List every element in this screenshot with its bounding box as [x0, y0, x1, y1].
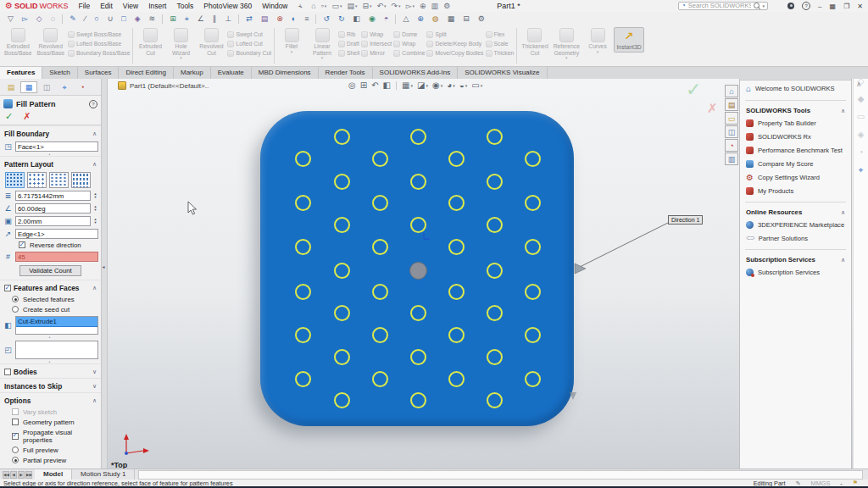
ribbon-button-mirror[interactable]: Mirror — [361, 48, 392, 58]
ok-button[interactable]: ✓ — [5, 111, 13, 122]
select-icon[interactable]: ▻▾ — [403, 2, 417, 10]
menu-photoview-360[interactable]: PhotoView 360 — [198, 2, 257, 10]
extruded-cut-button[interactable]: Extruded Cut — [136, 27, 164, 57]
features-to-pattern-list[interactable]: Cut-Extrude1 — [15, 316, 98, 335]
appearance-icon[interactable]: ◓ — [380, 13, 392, 25]
spinner[interactable]: ▲▼ — [92, 218, 98, 224]
polygon-icon[interactable]: ◈ — [131, 13, 145, 25]
welcome-to-solidworks-link[interactable]: ⌂Welcome to SOLIDWORKS — [740, 80, 851, 96]
configurationmanager-tab[interactable]: ◫ — [38, 81, 55, 93]
tab-solidworks-add-ins[interactable]: SOLIDWORKS Add-Ins — [373, 67, 459, 79]
tile-windows-button[interactable]: ▦ — [830, 3, 837, 10]
ghost-file-explorer-icon[interactable]: ▭ — [857, 112, 865, 121]
extruded-boss-base-button[interactable]: Extruded Boss/Base — [3, 27, 34, 57]
ribbon-button-lofted-boss-base[interactable]: Lofted Boss/Base — [68, 39, 130, 48]
collapse-panel-icon[interactable]: ◂ — [103, 263, 105, 269]
menu-edit[interactable]: Edit — [95, 2, 118, 10]
search-input[interactable]: Search SOLIDWORKS Help — [688, 2, 752, 9]
tab-direct-editing[interactable]: Direct Editing — [119, 67, 174, 79]
view-orientation-icon[interactable]: ▦▾ — [401, 80, 414, 90]
zoom-to-area-icon[interactable]: ⊞ — [359, 80, 368, 90]
tab-design-library[interactable]: ▤ — [725, 98, 738, 111]
zoom-to-fit-icon[interactable]: ◎ — [348, 80, 357, 90]
tab-solidworks-visualize[interactable]: SOLIDWORKS Visualize — [458, 67, 547, 79]
expand-chevron-icon[interactable]: ∨ — [92, 369, 97, 375]
features-and-faces-header[interactable]: Features and Faces ∧ — [0, 280, 101, 294]
close-button[interactable]: ✕ — [857, 3, 863, 10]
panel-splitter[interactable]: ◂ — [102, 79, 108, 469]
ribbon-button-intersect[interactable]: Intersect — [361, 39, 392, 48]
bodies-checkbox[interactable] — [4, 369, 11, 375]
menu-insert[interactable]: Insert — [143, 2, 171, 10]
collapse-chevron-icon[interactable]: ∧ — [92, 285, 97, 291]
magnify-selection-icon[interactable]: ◌ — [47, 13, 59, 25]
angle-dimension-icon[interactable]: ∠ — [193, 13, 209, 25]
material-icon[interactable]: ◍ — [428, 13, 443, 25]
ribbon-button-draft[interactable]: Draft — [338, 39, 359, 48]
convert-entities-icon[interactable]: ≡ — [300, 13, 313, 25]
pattern-layout-header[interactable]: Pattern Layout ∧ — [0, 156, 101, 170]
hide-show-items-icon[interactable]: ◉▾ — [431, 80, 443, 90]
subscription-services-link[interactable]: Subscription Services — [740, 265, 851, 279]
partner-solutions-link[interactable]: ⊂⊃Partner Solutions — [740, 231, 851, 245]
pattern-direction-field[interactable]: Edge<1> — [15, 229, 98, 239]
compare-my-score-link[interactable]: Compare My Score — [740, 157, 851, 170]
spline-icon[interactable]: ≋ — [145, 13, 160, 25]
seed-cut-hole[interactable] — [409, 262, 427, 280]
linear-pattern-button[interactable]: Linear Pattern▾ — [308, 27, 337, 60]
grid-icon[interactable]: ▦ — [443, 13, 459, 25]
next-tab-button[interactable]: ▶ — [18, 471, 25, 479]
margins-field[interactable]: 2.00mm — [15, 216, 91, 226]
stagger-angle-field[interactable]: 60.00deg — [15, 203, 91, 214]
ribbon-button-wrap[interactable]: Wrap — [361, 30, 392, 39]
save-icon[interactable]: ▤▾ — [344, 2, 359, 10]
full-preview-radio[interactable] — [12, 446, 19, 453]
layout-perforation-button[interactable] — [5, 172, 25, 188]
reference-plane-icon[interactable]: △ — [398, 13, 413, 25]
pin-icon[interactable]: ➢ — [295, 1, 304, 10]
copy-settings-wizard-link[interactable]: ⚙Copy Settings Wizard — [740, 170, 851, 184]
tab-solidworks-resources[interactable]: ⌂ — [725, 85, 738, 97]
ribbon-button-rib[interactable]: Rib — [338, 30, 359, 39]
confirm-cancel-icon[interactable]: ✗ — [707, 101, 718, 116]
section-view-icon[interactable]: ◧ — [349, 13, 365, 25]
selected-features-radio[interactable] — [12, 296, 19, 302]
model-tab[interactable]: Model — [35, 469, 72, 480]
tab-evaluate[interactable]: Evaluate — [211, 67, 252, 79]
ribbon-button-swept-cut[interactable]: Swept Cut — [227, 30, 271, 39]
rebuild-icon[interactable]: ⊕ — [417, 2, 429, 10]
expand-chevron-icon[interactable]: ∨ — [92, 383, 97, 390]
parallel-relation-icon[interactable]: ∥ — [209, 13, 221, 25]
spinner[interactable]: ▲▼ — [92, 192, 98, 198]
bodies-header[interactable]: Bodies ∨ — [0, 363, 101, 378]
settings-icon[interactable]: ⚙ — [474, 13, 489, 25]
search-dropdown-icon[interactable]: ▾ — [762, 3, 765, 8]
search-box[interactable]: ◔ Search SOLIDWORKS Help ▾ — [678, 2, 768, 10]
breadcrumb-label[interactable]: Part1 (Default<<Default>.. — [130, 82, 209, 90]
collapse-chevron-icon[interactable]: ∧ — [92, 397, 97, 404]
menu-tools[interactable]: Tools — [171, 2, 198, 10]
undo-icon[interactable]: ↶▾ — [375, 2, 389, 10]
last-tab-button[interactable]: ▶▶ — [25, 471, 32, 479]
arc-icon[interactable]: ∪ — [103, 13, 118, 25]
hole-wizard-button[interactable]: Hole Wizard▾ — [166, 27, 195, 60]
collapse-chevron-icon[interactable]: ∧ — [841, 108, 845, 114]
tab-sketch[interactable]: Sketch — [42, 67, 77, 79]
property-tab-builder-link[interactable]: Property Tab Builder — [740, 116, 851, 130]
cancel-button[interactable]: ✗ — [23, 111, 31, 122]
instance-count-field[interactable]: 45 — [15, 252, 98, 262]
ribbon-button-swept-boss-base[interactable]: Swept Boss/Base — [68, 30, 130, 39]
restore-button[interactable]: ❐ — [843, 3, 849, 10]
featuremanager-tab[interactable]: ▤ — [3, 81, 19, 93]
navigation-compass-icon[interactable]: ⌖ — [859, 165, 864, 175]
ribbon-button-thicken[interactable]: Thicken — [486, 48, 515, 58]
axis-icon[interactable]: ⊕ — [413, 13, 428, 25]
mirror-entities-icon[interactable]: ⇄ — [242, 13, 257, 25]
instances-to-skip-header[interactable]: Instances to Skip ∨ — [0, 378, 101, 392]
layout-polygon-button[interactable] — [71, 172, 91, 188]
options-header[interactable]: Options ∧ — [0, 392, 101, 407]
ribbon-button-boundary-cut[interactable]: Boundary Cut — [227, 48, 271, 58]
ribbon-button-wrap[interactable]: Wrap — [393, 39, 425, 48]
tab-file-explorer[interactable]: ▭ — [725, 112, 738, 125]
displaymanager-tab[interactable]: ◔ — [74, 81, 91, 93]
